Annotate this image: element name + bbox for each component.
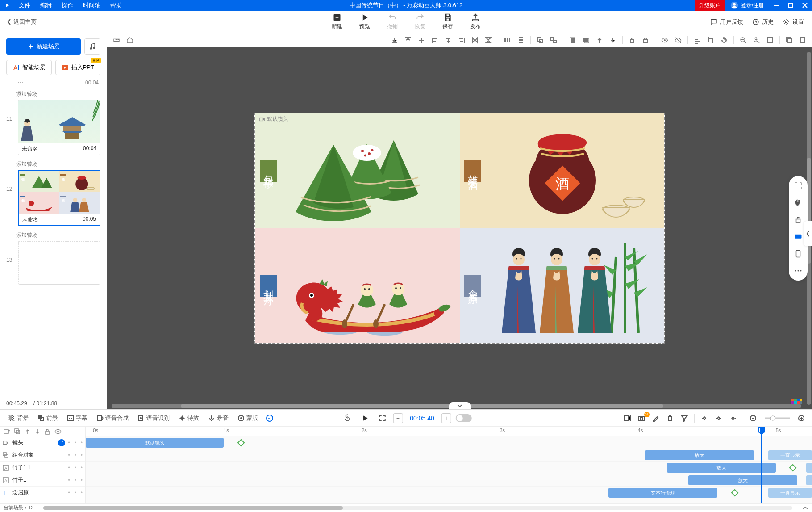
timeline-horizontal-scrollbar[interactable]	[43, 506, 792, 510]
tl-time-plus[interactable]: +	[441, 413, 451, 423]
focus-camera-icon[interactable]	[793, 180, 804, 191]
track-dot[interactable]: •	[81, 477, 83, 483]
music-button[interactable]	[84, 38, 100, 55]
smart-scene-button[interactable]: 智能场景	[6, 60, 52, 75]
add-transition-1[interactable]: 添加转场	[6, 88, 100, 100]
tl-edit-icon[interactable]	[650, 415, 662, 422]
track-dot[interactable]: •	[68, 490, 70, 496]
clip-text-reveal[interactable]: 文本行渐现	[608, 488, 717, 498]
align-left-icon[interactable]	[429, 34, 441, 46]
track-dot[interactable]: •	[75, 490, 76, 496]
publish-button[interactable]: 发布	[470, 13, 481, 30]
clip-stub-1[interactable]	[806, 463, 812, 473]
align-vcenter-icon[interactable]	[416, 34, 427, 46]
add-transition-2[interactable]: 添加转场	[6, 158, 100, 170]
track-dot[interactable]: •	[68, 465, 70, 471]
new-button[interactable]: 新建	[332, 13, 342, 30]
tl-background-button[interactable]: 背景	[4, 410, 32, 426]
settings-button[interactable]: 设置	[783, 18, 804, 26]
track-dot[interactable]: •	[75, 465, 76, 471]
scene-card-11[interactable]: 未命名 00:04	[18, 100, 100, 155]
track-dot[interactable]: •	[75, 440, 76, 446]
tl-foreground-button[interactable]: 前景	[34, 410, 62, 426]
tl-tts-button[interactable]: 语音合成	[93, 410, 132, 426]
menu-timeline[interactable]: 时间轴	[79, 1, 105, 9]
tl-filter-icon[interactable]	[678, 415, 691, 422]
rotate-icon[interactable]	[718, 34, 730, 46]
clip-zoom-2[interactable]: 放大	[667, 463, 776, 473]
mobile-view-icon[interactable]	[793, 248, 804, 259]
clip-always-show-1[interactable]: 一直显示	[768, 450, 812, 460]
ruler-toggle-icon[interactable]	[111, 34, 122, 46]
text-align-left-icon[interactable]	[691, 34, 703, 46]
add-transition-3[interactable]: 添加转场	[6, 229, 100, 241]
menu-action[interactable]: 操作	[57, 1, 78, 9]
track-dot[interactable]: •	[75, 477, 76, 483]
keyframe-add[interactable]	[237, 439, 245, 447]
clip-default-camera[interactable]: 默认镜头	[86, 438, 224, 448]
clip-stub-2[interactable]	[806, 475, 812, 485]
scene-card-12[interactable]: 包粽子 雄黄酒 划龙舟 念屈原 未命名 00:05	[18, 170, 100, 226]
home-icon[interactable]	[124, 34, 136, 46]
track-row-bamboo1[interactable]: A 竹子1 •••	[0, 474, 85, 487]
scene-list[interactable]: ⋯ 00.04 添加转场 11 未命名 00:04	[0, 80, 107, 398]
tl-zoom-in-icon[interactable]	[795, 415, 808, 422]
new-scene-button[interactable]: 新建场景	[6, 38, 81, 55]
tl-zoom-out-icon[interactable]	[747, 415, 759, 422]
align-top-icon[interactable]	[402, 34, 414, 46]
playhead[interactable]	[761, 427, 762, 503]
group-icon[interactable]	[534, 34, 546, 46]
tl-asr-button[interactable]: 语音识别	[134, 410, 173, 426]
lock-icon[interactable]	[626, 34, 638, 46]
clip-zoom-3[interactable]: 放大	[688, 475, 797, 485]
back-home-button[interactable]: 返回主页	[0, 18, 44, 26]
track-row-camera[interactable]: 镜头 ? •••	[0, 436, 85, 449]
clip-always-show-2[interactable]: 一直显示	[768, 488, 812, 498]
track-row-bamboo11[interactable]: A 竹子1 1 •••	[0, 462, 85, 474]
track-dot[interactable]: •	[75, 452, 76, 458]
tl-trash-icon[interactable]	[664, 415, 676, 422]
canvas-slide[interactable]: 默认镜头 包粽子	[254, 113, 665, 344]
align-right-icon[interactable]	[456, 34, 467, 46]
distribute-v-icon[interactable]	[515, 34, 527, 46]
tl-add-track-icon[interactable]	[4, 428, 10, 435]
upgrade-account-button[interactable]: 升级账户	[695, 0, 725, 11]
quad-wine[interactable]: 雄黄酒 酒	[460, 113, 664, 228]
quad-zongzi[interactable]: 包粽子	[255, 113, 460, 228]
tl-duplicate-track-icon[interactable]	[14, 428, 21, 435]
redo-button[interactable]: 恢复	[415, 13, 425, 30]
tl-keyframe-in-icon[interactable]	[698, 415, 711, 422]
insert-ppt-button[interactable]: P 插入PPT VIP	[55, 60, 101, 75]
menu-help[interactable]: 帮助	[106, 1, 126, 9]
bring-front-icon[interactable]	[567, 34, 579, 46]
bring-forward-icon[interactable]	[594, 34, 605, 46]
quad-dragon[interactable]: 划龙舟	[255, 228, 460, 343]
side-panel-expand-icon[interactable]	[804, 221, 812, 246]
tl-time-minus[interactable]: −	[393, 413, 403, 423]
flip-v-icon[interactable]	[483, 34, 494, 46]
tl-visibility-all-icon[interactable]	[54, 428, 62, 435]
unlock-tool-icon[interactable]	[793, 214, 804, 225]
save-button[interactable]: 保存	[442, 13, 453, 30]
preview-button[interactable]: 预览	[359, 13, 370, 30]
maximize-button[interactable]	[783, 0, 798, 11]
keyframe-add[interactable]	[731, 489, 739, 497]
canvas-collapse-icon[interactable]	[449, 402, 471, 409]
tl-collapse-icon[interactable]	[802, 506, 808, 510]
quad-people[interactable]: 念屈原	[460, 228, 664, 343]
tl-snap-toggle[interactable]	[456, 414, 472, 422]
tl-more-icon[interactable]	[263, 410, 276, 426]
desktop-view-icon[interactable]	[793, 231, 804, 242]
menu-edit[interactable]: 编辑	[36, 1, 56, 9]
more-tools-icon[interactable]	[793, 265, 804, 276]
tl-subtitle-button[interactable]: 字幕	[63, 410, 91, 426]
unlock-icon[interactable]	[640, 34, 651, 46]
ungroup-icon[interactable]	[548, 34, 559, 46]
login-button[interactable]: 登录/注册	[725, 1, 769, 9]
tl-record-button[interactable]: 录音	[204, 410, 232, 426]
tl-fullscreen-icon[interactable]	[376, 415, 388, 422]
close-button[interactable]	[798, 0, 812, 11]
track-dot[interactable]: •	[81, 490, 83, 496]
tl-keyframe-mid-icon[interactable]	[712, 415, 725, 422]
history-button[interactable]: 历史	[752, 18, 774, 26]
